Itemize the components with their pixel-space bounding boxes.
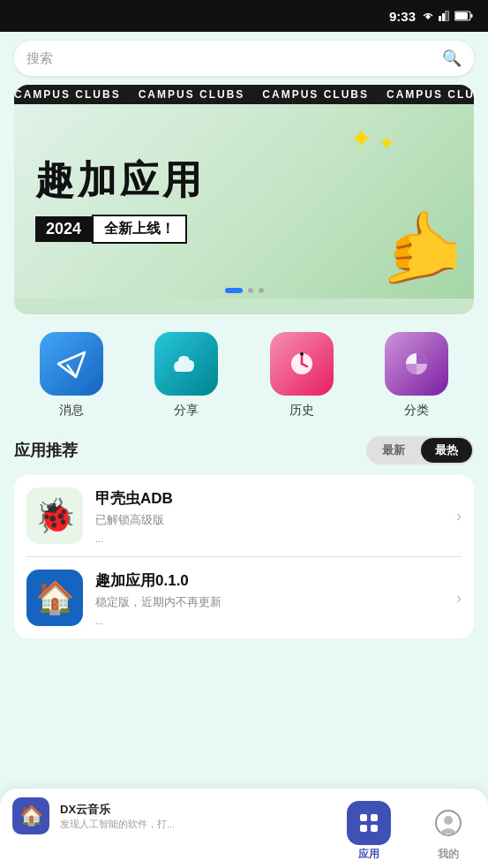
profile-nav-svg xyxy=(434,809,462,837)
app-chevron-house: › xyxy=(456,589,462,608)
app-icon-house: 🏠 xyxy=(26,570,83,626)
svg-point-19 xyxy=(444,816,453,825)
paper-plane-svg xyxy=(55,347,88,381)
banner-content: 趣加应用 2024 全新上线！ ✦ ✦ 🤙 xyxy=(14,104,474,298)
svg-rect-1 xyxy=(439,16,441,21)
tab-group: 最新 最热 xyxy=(366,436,474,464)
app-info-house: 趣加应用0.1.0 稳定版，近期内不再更新 ... xyxy=(95,570,444,626)
ticker-item-2: CAMPUS CLUBS xyxy=(139,88,245,101)
banner[interactable]: CAMPUS CLUBS CAMPUS CLUBS CAMPUS CLUBS C… xyxy=(14,85,474,314)
star-1: ✦ xyxy=(349,122,373,155)
app-name-house: 趣加应用0.1.0 xyxy=(95,570,444,591)
svg-rect-17 xyxy=(371,825,378,832)
svg-rect-3 xyxy=(446,11,448,21)
mini-player-icon: 🏠 xyxy=(12,797,49,834)
wifi-icon xyxy=(421,11,435,21)
app-list: 🐞 甲壳虫ADB 已解锁高级版 ... › 🏠 趣加应用0.1.0 稳定版，近期… xyxy=(14,475,474,638)
mini-player-info: DX云音乐 发现人工智能的软件，打... xyxy=(60,802,175,831)
banner-hand: 🤙 xyxy=(377,207,465,290)
svg-point-12 xyxy=(300,352,304,356)
pie-svg xyxy=(400,347,433,381)
app-item-ladybug[interactable]: 🐞 甲壳虫ADB 已解锁高级版 ... › xyxy=(26,475,462,557)
share-label: 分享 xyxy=(174,403,199,419)
ticker-item-1: CAMPUS CLUBS xyxy=(14,88,121,101)
section-title: 应用推荐 xyxy=(14,440,78,461)
main-scroll: CAMPUS CLUBS CAMPUS CLUBS CAMPUS CLUBS C… xyxy=(0,85,488,789)
svg-rect-14 xyxy=(360,814,367,821)
nav-profile[interactable]: 我的 xyxy=(409,797,488,862)
category-icon-wrap xyxy=(385,332,448,396)
tab-newest[interactable]: 最新 xyxy=(368,438,419,463)
app-desc-ladybug: 已解锁高级版 xyxy=(95,512,444,528)
banner-title: 趣加应用 xyxy=(35,159,453,201)
tab-hottest[interactable]: 最热 xyxy=(421,438,472,463)
signal-icon xyxy=(439,11,451,21)
svg-rect-6 xyxy=(471,14,473,18)
search-bar-container: 搜索 🔍 xyxy=(0,32,488,85)
status-icons xyxy=(421,11,474,21)
quick-actions: 消息 分享 历史 xyxy=(0,314,488,427)
banner-desc: 全新上线！ xyxy=(92,215,187,244)
app-icon-ladybug: 🐞 xyxy=(26,487,83,544)
app-item-house[interactable]: 🏠 趣加应用0.1.0 稳定版，近期内不再更新 ... › xyxy=(26,557,462,638)
svg-marker-7 xyxy=(58,352,85,377)
svg-rect-15 xyxy=(360,825,367,832)
banner-year: 2024 xyxy=(35,216,92,242)
app-more-house: ... xyxy=(95,615,444,626)
clock-svg xyxy=(285,347,319,381)
app-more-ladybug: ... xyxy=(95,533,444,544)
action-history[interactable]: 历史 xyxy=(270,332,334,419)
dot-3 xyxy=(259,288,264,293)
action-messages[interactable]: 消息 xyxy=(40,332,103,419)
messages-icon xyxy=(40,332,103,396)
svg-rect-5 xyxy=(455,12,468,19)
mini-player[interactable]: 🏠 DX云音乐 发现人工智能的软件，打... xyxy=(0,797,329,834)
svg-rect-2 xyxy=(442,13,445,21)
status-time: 9:33 xyxy=(389,9,416,24)
spacer xyxy=(0,644,488,661)
share-icon-wrap xyxy=(154,332,218,396)
ticker-item-4: CAMPUS CLUBS xyxy=(387,88,474,101)
svg-rect-16 xyxy=(371,814,378,821)
dot-1 xyxy=(225,288,243,293)
action-category[interactable]: 分类 xyxy=(385,332,448,419)
cloud-svg xyxy=(169,347,203,381)
nav-apps[interactable]: 应用 xyxy=(329,797,409,862)
star-2: ✦ xyxy=(379,132,394,155)
nav-apps-label: 应用 xyxy=(358,847,379,862)
nav-apps-icon xyxy=(347,801,391,845)
history-label: 历史 xyxy=(289,403,314,419)
ticker-inner: CAMPUS CLUBS CAMPUS CLUBS CAMPUS CLUBS C… xyxy=(14,88,474,101)
dot-2 xyxy=(248,288,253,293)
ticker-item-3: CAMPUS CLUBS xyxy=(262,88,369,101)
battery-icon xyxy=(454,11,474,21)
mini-player-desc: 发现人工智能的软件，打... xyxy=(60,818,175,831)
banner-ticker: CAMPUS CLUBS CAMPUS CLUBS CAMPUS CLUBS C… xyxy=(14,85,474,104)
app-info-ladybug: 甲壳虫ADB 已解锁高级版 ... xyxy=(95,488,444,544)
status-bar: 9:33 xyxy=(0,0,488,32)
category-label: 分类 xyxy=(404,403,429,419)
action-share[interactable]: 分享 xyxy=(154,332,218,419)
search-icon[interactable]: 🔍 xyxy=(442,49,462,68)
section-header: 应用推荐 最新 最热 xyxy=(0,427,488,470)
messages-label: 消息 xyxy=(59,403,84,419)
history-icon-wrap xyxy=(270,332,334,396)
mini-player-title: DX云音乐 xyxy=(60,802,175,818)
banner-dots xyxy=(225,288,264,293)
bottom-nav: 🏠 DX云音乐 发现人工智能的软件，打... 应用 我的 xyxy=(0,789,488,868)
svg-marker-0 xyxy=(425,14,431,19)
nav-profile-icon xyxy=(426,801,470,845)
nav-profile-label: 我的 xyxy=(438,847,459,862)
home-nav-svg xyxy=(357,811,380,834)
app-desc-house: 稳定版，近期内不再更新 xyxy=(95,594,444,610)
app-name-ladybug: 甲壳虫ADB xyxy=(95,488,444,509)
banner-stars: ✦ ✦ xyxy=(349,122,394,155)
search-bar[interactable]: 搜索 🔍 xyxy=(14,41,474,76)
app-chevron-ladybug: › xyxy=(456,507,462,525)
search-placeholder: 搜索 xyxy=(26,50,435,67)
